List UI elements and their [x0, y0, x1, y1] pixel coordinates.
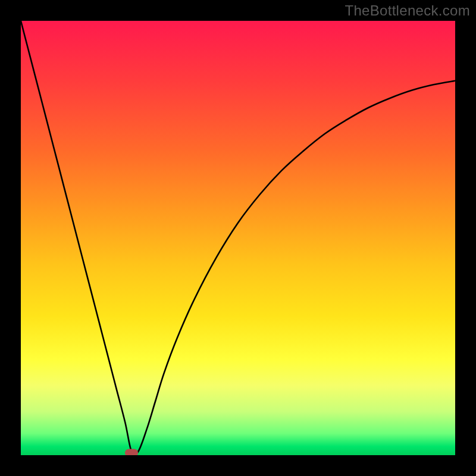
curve-svg: [21, 21, 455, 455]
chart-frame: TheBottleneck.com: [0, 0, 476, 476]
marker-dot: [125, 449, 138, 455]
watermark-text: TheBottleneck.com: [345, 2, 470, 19]
plot-area: [21, 21, 455, 455]
curve-path: [21, 21, 455, 455]
